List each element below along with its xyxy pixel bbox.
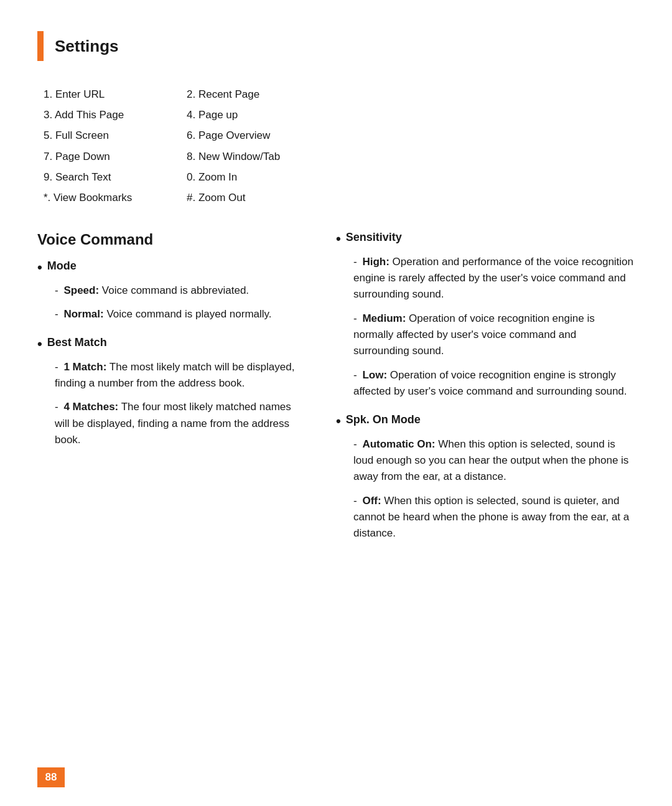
match1-label: 1 Match:	[63, 361, 106, 373]
match4-dash: -	[55, 401, 58, 413]
best-match-item-1: - 1 Match: The most likely match will be…	[55, 359, 299, 392]
page-container: Settings 1. Enter URL2. Recent Page3. Ad…	[0, 0, 672, 606]
speed-text: Voice command is abbreviated.	[102, 284, 249, 296]
off-text: When this option is selected, sound is q…	[353, 495, 629, 540]
normal-dash: -	[55, 308, 58, 320]
spk-off: - Off: When this option is selected, sou…	[353, 493, 635, 542]
spk-on-mode-title: • Spk. On Mode	[336, 413, 635, 429]
sensitivity-label: Sensitivity	[346, 231, 402, 244]
orange-accent-bar	[37, 31, 44, 61]
auto-dash: -	[353, 438, 357, 450]
page-number: 88	[37, 767, 65, 787]
match4-label: 4 Matches:	[63, 401, 118, 413]
low-dash: -	[353, 369, 357, 381]
two-col-layout: Voice Command • Mode - Speed: Voice comm…	[37, 231, 635, 556]
page-header: Settings	[37, 31, 635, 61]
sensitivity-medium: - Medium: Operation of voice recognition…	[353, 311, 635, 360]
sensitivity-section: • Sensitivity - High: Operation and perf…	[336, 231, 635, 400]
best-match-section: • Best Match - 1 Match: The most likely …	[37, 336, 299, 448]
high-dash: -	[353, 256, 357, 268]
high-label: High:	[362, 256, 389, 268]
shortcut-item: 9. Search Text	[44, 169, 180, 185]
spk-automatic-on: - Automatic On: When this option is sele…	[353, 436, 635, 485]
sensitivity-high: - High: Operation and performance of the…	[353, 254, 635, 303]
page-title: Settings	[55, 37, 119, 56]
low-text: Operation of voice recognition engine is…	[353, 369, 627, 397]
left-column: Voice Command • Mode - Speed: Voice comm…	[37, 231, 299, 462]
shortcut-item: 1. Enter URL	[44, 86, 180, 103]
shortcut-item: 2. Recent Page	[187, 86, 324, 103]
voice-command-heading: Voice Command	[37, 231, 299, 248]
mode-title: • Mode	[37, 260, 299, 276]
best-match-label: Best Match	[47, 336, 107, 349]
spk-on-mode-section: • Spk. On Mode - Automatic On: When this…	[336, 413, 635, 541]
speed-dash: -	[55, 284, 58, 296]
shortcut-item: 0. Zoom In	[187, 169, 324, 185]
sensitivity-low: - Low: Operation of voice recognition en…	[353, 367, 635, 400]
mode-section: • Mode - Speed: Voice command is abbrevi…	[37, 260, 299, 322]
off-label: Off:	[362, 495, 381, 507]
normal-text: Voice command is played normally.	[106, 308, 271, 320]
auto-label: Automatic On:	[362, 438, 435, 450]
spk-bullet: •	[336, 413, 341, 429]
best-match-title: • Best Match	[37, 336, 299, 352]
shortcut-item: *. View Bookmarks	[44, 189, 180, 206]
spk-on-mode-items: - Automatic On: When this option is sele…	[336, 436, 635, 542]
shortcut-grid: 1. Enter URL2. Recent Page3. Add This Pa…	[37, 86, 635, 206]
best-match-items: - 1 Match: The most likely match will be…	[37, 359, 299, 449]
mode-item-speed: - Speed: Voice command is abbreviated.	[55, 283, 299, 299]
medium-dash: -	[353, 312, 357, 324]
low-label: Low:	[362, 369, 387, 381]
normal-label: Normal:	[63, 308, 103, 320]
mode-items: - Speed: Voice command is abbreviated. -…	[37, 283, 299, 323]
speed-label: Speed:	[63, 284, 99, 296]
sensitivity-bullet: •	[336, 231, 341, 247]
shortcut-item: 6. Page Overview	[187, 127, 324, 144]
sensitivity-title: • Sensitivity	[336, 231, 635, 247]
shortcut-item: 7. Page Down	[44, 148, 180, 165]
best-match-bullet: •	[37, 336, 42, 352]
mode-label: Mode	[47, 260, 77, 273]
spk-label: Spk. On Mode	[346, 413, 421, 426]
best-match-item-4: - 4 Matches: The four most likely matche…	[55, 399, 299, 448]
shortcut-item: 8. New Window/Tab	[187, 148, 324, 165]
mode-bullet: •	[37, 260, 42, 276]
high-text: Operation and performance of the voice r…	[353, 256, 633, 301]
shortcut-item: #. Zoom Out	[187, 189, 324, 206]
shortcut-item: 4. Page up	[187, 106, 324, 123]
sensitivity-items: - High: Operation and performance of the…	[336, 254, 635, 400]
mode-item-normal: - Normal: Voice command is played normal…	[55, 306, 299, 322]
shortcut-item: 5. Full Screen	[44, 127, 180, 144]
off-dash: -	[353, 495, 357, 507]
match1-dash: -	[55, 361, 58, 373]
medium-label: Medium:	[362, 312, 406, 324]
shortcut-item: 3. Add This Page	[44, 106, 180, 123]
right-column: • Sensitivity - High: Operation and perf…	[336, 231, 635, 556]
